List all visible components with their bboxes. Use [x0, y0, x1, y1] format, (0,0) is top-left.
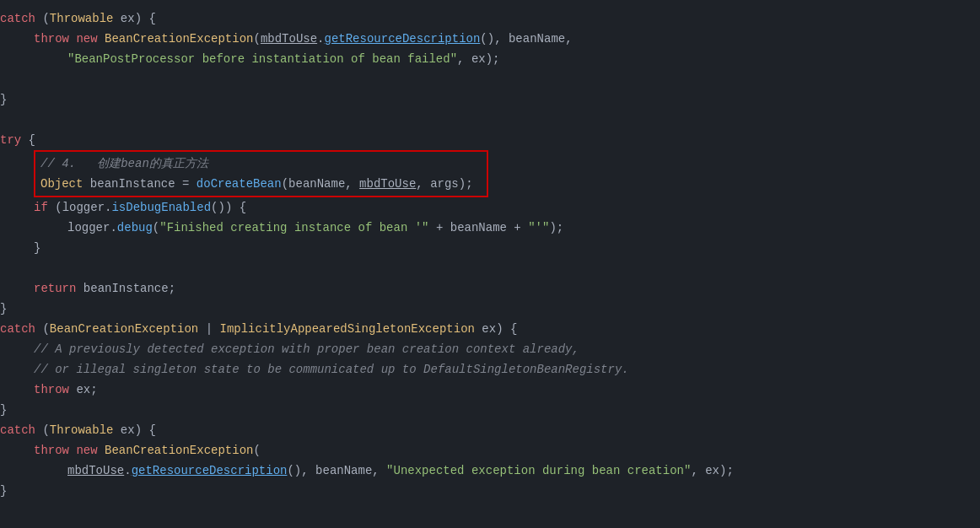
- code-line-close-catch3: }: [0, 481, 980, 501]
- code-line-mbd2: mbdToUse . getResourceDescription (), be…: [0, 461, 980, 481]
- code-line-blank1: [0, 69, 980, 89]
- code-line-throw-ex: throw ex;: [0, 380, 980, 400]
- code-editor: catch ( Throwable ex) { throw new BeanCr…: [0, 0, 980, 528]
- method-docreatebean: doCreateBean: [197, 174, 282, 194]
- logger-ref2: logger: [67, 218, 110, 238]
- keyword-new2: new: [76, 440, 97, 461]
- keyword-throw: throw: [34, 29, 69, 49]
- keyword-catch2: catch: [0, 319, 35, 339]
- code-line-if-debug: if ( logger . isDebugEnabled ()) {: [0, 197, 980, 218]
- keyword-return: return: [34, 278, 76, 299]
- type-throwable2: Throwable: [50, 420, 114, 440]
- param-args: args: [430, 174, 459, 194]
- keyword-throw3: throw: [34, 440, 69, 461]
- keyword-try: try: [0, 130, 21, 150]
- string-quote: "'": [528, 218, 549, 238]
- type-implicitly: ImplicitlyAppearedSingletonException: [219, 319, 474, 339]
- code-line-close-catch2: }: [0, 400, 980, 420]
- code-line-catch3: catch ( Throwable ex) {: [0, 420, 980, 440]
- code-line-logger-debug: logger . debug ( "Finished creating inst…: [0, 218, 980, 238]
- code-line-comment4: // 4. 创建bean的真正方法: [40, 154, 482, 174]
- param-beanname4: beanName: [315, 461, 372, 481]
- type-beancreationexception: BeanCreationException: [105, 29, 253, 49]
- code-line-try: try {: [0, 130, 980, 150]
- method-getresource: getResourceDescription: [325, 29, 481, 49]
- highlighted-block: // 4. 创建bean的真正方法 Object beanInstance = …: [34, 150, 488, 197]
- code-line-return: return beanInstance;: [0, 278, 980, 299]
- keyword-throw2: throw: [34, 380, 69, 400]
- method-getresource2: getResourceDescription: [132, 461, 288, 481]
- keyword-catch: catch: [0, 8, 35, 29]
- code-line-close-try: }: [0, 299, 980, 319]
- mbd-getresource2: mbdToUse: [67, 461, 124, 481]
- comment-illegal: // or illegal singleton state to be comm…: [34, 359, 629, 380]
- string-unexpected: "Unexpected exception during bean creati…: [386, 461, 691, 481]
- keyword-if: if: [34, 197, 48, 218]
- string-finished: "Finished creating instance of bean '": [159, 218, 428, 238]
- code-line-blank3: [0, 258, 980, 278]
- code-line-close-if: }: [0, 238, 980, 258]
- code-line-blank2: [0, 110, 980, 130]
- code-line-object: Object beanInstance = doCreateBean ( bea…: [40, 174, 482, 194]
- code-line-3: "BeanPostProcessor before instantiation …: [0, 49, 980, 69]
- param-beanname: beanName: [509, 29, 565, 49]
- keyword-new: new: [76, 29, 97, 49]
- method-debug: debug: [117, 218, 153, 238]
- code-line-catch2: catch ( BeanCreationException | Implicit…: [0, 319, 980, 339]
- code-line-comment-prev: // A previously detected exception with …: [0, 339, 980, 359]
- type-beancreationexception2: BeanCreationException: [50, 319, 198, 339]
- keyword-catch3: catch: [0, 420, 35, 440]
- string-beanpost: "BeanPostProcessor before instantiation …: [67, 49, 457, 69]
- code-line-2: throw new BeanCreationException ( mbdToU…: [0, 29, 980, 49]
- type-beancreationexception3: BeanCreationException: [105, 440, 253, 461]
- type-throwable: Throwable: [50, 8, 114, 29]
- var-beanname3: beanName: [450, 218, 507, 238]
- code-line-throw-new2: throw new BeanCreationException (: [0, 440, 980, 461]
- method-isdebug: isDebugEnabled: [111, 197, 211, 218]
- param-mbdtouse: mbdToUse: [359, 174, 416, 194]
- code-line-1: catch ( Throwable ex) {: [0, 8, 980, 29]
- mbd-getresource: mbdToUse: [261, 29, 317, 49]
- code-line-comment-illegal: // or illegal singleton state to be comm…: [0, 359, 980, 380]
- comment-create-bean: // 4. 创建bean的真正方法: [40, 154, 208, 174]
- code-line-5: }: [0, 89, 980, 110]
- param-beanname2: beanName: [288, 174, 345, 194]
- comment-prev-exception: // A previously detected exception with …: [34, 339, 579, 359]
- type-object: Object: [40, 174, 83, 194]
- logger-ref: logger: [62, 197, 105, 218]
